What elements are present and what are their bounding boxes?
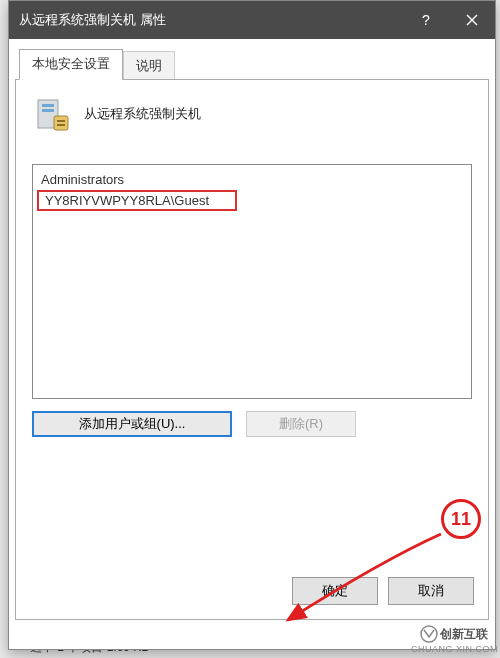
list-buttons: 添加用户或组(U)... 删除(R) xyxy=(32,411,472,437)
window-controls: ? xyxy=(403,1,495,39)
svg-rect-4 xyxy=(57,120,65,122)
close-button[interactable] xyxy=(449,1,495,39)
dialog-buttons: 确定 取消 xyxy=(292,577,474,605)
watermark-brand: 创新互联 xyxy=(440,626,488,643)
policy-icon xyxy=(32,94,72,134)
tab-local-security[interactable]: 本地安全设置 xyxy=(19,49,123,80)
watermark-logo-icon xyxy=(420,625,438,643)
list-item-highlighted[interactable]: YY8RIYVWPYY8RLA\Guest xyxy=(37,190,237,211)
svg-rect-2 xyxy=(42,109,54,112)
ok-button[interactable]: 确定 xyxy=(292,577,378,605)
titlebar[interactable]: 从远程系统强制关机 属性 ? xyxy=(9,1,495,39)
watermark: 创新互联 CHUANG XIN.COM xyxy=(411,625,498,654)
dialog-content: 本地安全设置 说明 从远程系统强制关机 Ad xyxy=(9,39,495,626)
tab-description[interactable]: 说明 xyxy=(123,51,175,79)
svg-point-6 xyxy=(421,626,437,642)
svg-rect-1 xyxy=(42,104,54,107)
properties-dialog: 从远程系统强制关机 属性 ? 本地安全设置 说明 xyxy=(8,0,496,650)
list-item-label: YY8RIYVWPYY8RLA\Guest xyxy=(45,193,209,208)
svg-rect-5 xyxy=(57,124,65,126)
policy-header: 从远程系统强制关机 xyxy=(32,94,472,134)
annotation-step-marker: 11 xyxy=(441,499,481,539)
watermark-sub: CHUANG XIN.COM xyxy=(411,644,498,654)
svg-rect-3 xyxy=(54,116,68,130)
policy-title: 从远程系统强制关机 xyxy=(84,105,201,123)
tab-strip: 本地安全设置 说明 xyxy=(15,49,489,80)
remove-button: 删除(R) xyxy=(246,411,356,437)
tab-panel: 从远程系统强制关机 Administrators YY8RIYVWPYY8RLA… xyxy=(15,80,489,620)
list-item[interactable]: Administrators xyxy=(41,171,463,188)
user-list[interactable]: Administrators YY8RIYVWPYY8RLA\Guest xyxy=(32,164,472,399)
help-button[interactable]: ? xyxy=(403,1,449,39)
add-user-button[interactable]: 添加用户或组(U)... xyxy=(32,411,232,437)
cancel-button[interactable]: 取消 xyxy=(388,577,474,605)
close-icon xyxy=(466,14,478,26)
window-title: 从远程系统强制关机 属性 xyxy=(19,11,403,29)
